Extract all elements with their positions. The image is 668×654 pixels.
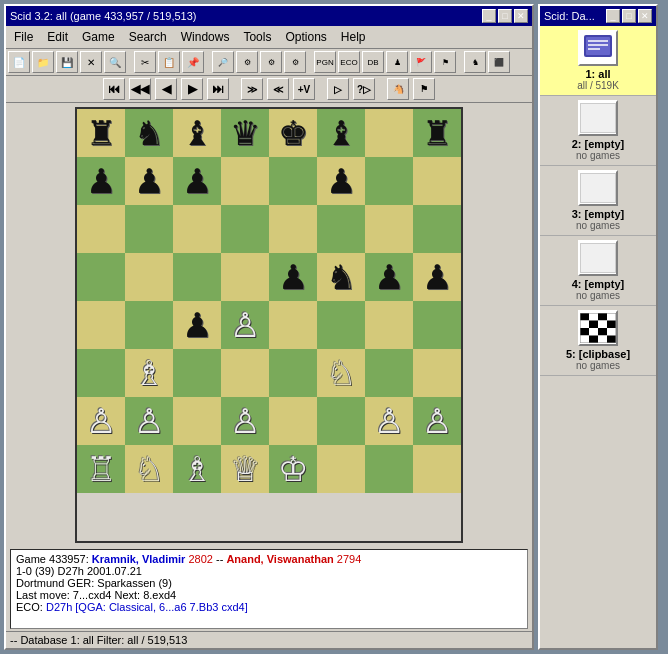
tb-search4[interactable]: ⚙ [284,51,306,73]
tb-paste[interactable]: 📌 [182,51,204,73]
db-entry-2[interactable]: 2: [empty]no games [540,96,656,166]
square-f1[interactable] [317,445,365,493]
player2-name[interactable]: Anand, Viswanathan [226,553,333,565]
player1-name[interactable]: Kramnik, Vladimir [92,553,186,565]
square-f7[interactable]: ♟ [317,157,365,205]
tb-save[interactable]: 💾 [56,51,78,73]
square-g8[interactable] [365,109,413,157]
square-h4[interactable] [413,301,461,349]
db-entry-4[interactable]: 4: [empty]no games [540,236,656,306]
tb-db1[interactable]: DB [362,51,384,73]
side-close[interactable]: ✕ [638,9,652,23]
tb-eco[interactable]: ECO [338,51,360,73]
menu-file[interactable]: File [8,28,39,46]
tb-extra2[interactable]: ⬛ [488,51,510,73]
square-f4[interactable] [317,301,365,349]
square-f6[interactable] [317,205,365,253]
square-d7[interactable] [221,157,269,205]
square-b6[interactable] [125,205,173,253]
square-g3[interactable] [365,349,413,397]
square-h8[interactable]: ♜ [413,109,461,157]
tb-find[interactable]: 🔍 [104,51,126,73]
square-e7[interactable] [269,157,317,205]
square-d1[interactable]: ♕ [221,445,269,493]
nav-var1[interactable]: ≫ [241,78,263,100]
square-a2[interactable]: ♙ [77,397,125,445]
square-e3[interactable] [269,349,317,397]
tb-search2[interactable]: ⚙ [236,51,258,73]
square-g7[interactable] [365,157,413,205]
square-c4[interactable]: ♟ [173,301,221,349]
square-e6[interactable] [269,205,317,253]
square-h7[interactable] [413,157,461,205]
square-a1[interactable]: ♖ [77,445,125,493]
square-c8[interactable]: ♝ [173,109,221,157]
square-b3[interactable]: ♗ [125,349,173,397]
square-b5[interactable] [125,253,173,301]
nav-help[interactable]: ?▷ [353,78,375,100]
eco-link[interactable]: D27h [QGA: Classical, 6...a6 7.Bb3 cxd4] [46,601,248,613]
db-entry-3[interactable]: 3: [empty]no games [540,166,656,236]
square-d8[interactable]: ♛ [221,109,269,157]
square-f8[interactable]: ♝ [317,109,365,157]
tb-pgn[interactable]: PGN [314,51,336,73]
square-e2[interactable] [269,397,317,445]
square-f2[interactable] [317,397,365,445]
close-button[interactable]: ✕ [514,9,528,23]
tb-cut[interactable]: ✂ [134,51,156,73]
tb-new[interactable]: 📄 [8,51,30,73]
square-a8[interactable]: ♜ [77,109,125,157]
square-a4[interactable] [77,301,125,349]
square-h1[interactable] [413,445,461,493]
square-e1[interactable]: ♔ [269,445,317,493]
menu-options[interactable]: Options [279,28,332,46]
menu-help[interactable]: Help [335,28,372,46]
square-d5[interactable] [221,253,269,301]
nav-last[interactable]: ⏭ [207,78,229,100]
nav-engine[interactable]: 🐴 [387,78,409,100]
square-c1[interactable]: ♗ [173,445,221,493]
square-f5[interactable]: ♞ [317,253,365,301]
square-g4[interactable] [365,301,413,349]
square-c2[interactable] [173,397,221,445]
square-f3[interactable]: ♘ [317,349,365,397]
tb-opt[interactable]: ⚑ [434,51,456,73]
square-g1[interactable] [365,445,413,493]
square-a7[interactable]: ♟ [77,157,125,205]
minimize-button[interactable]: _ [482,9,496,23]
square-c3[interactable] [173,349,221,397]
nav-extra[interactable]: ⚑ [413,78,435,100]
square-h6[interactable] [413,205,461,253]
square-b7[interactable]: ♟ [125,157,173,205]
square-d6[interactable] [221,205,269,253]
square-e4[interactable] [269,301,317,349]
square-c7[interactable]: ♟ [173,157,221,205]
tb-search3[interactable]: ⚙ [260,51,282,73]
menu-search[interactable]: Search [123,28,173,46]
tb-copy[interactable]: 📋 [158,51,180,73]
tb-close[interactable]: ✕ [80,51,102,73]
menu-windows[interactable]: Windows [175,28,236,46]
square-e5[interactable]: ♟ [269,253,317,301]
tb-search1[interactable]: 🔎 [212,51,234,73]
tb-flag[interactable]: 🚩 [410,51,432,73]
nav-next[interactable]: ▶ [181,78,203,100]
square-d3[interactable] [221,349,269,397]
db-entry-1[interactable]: 1: allall / 519K [540,26,656,96]
square-c6[interactable] [173,205,221,253]
maximize-button[interactable]: □ [498,9,512,23]
square-b8[interactable]: ♞ [125,109,173,157]
tb-extra1[interactable]: ♞ [464,51,486,73]
tb-open[interactable]: 📁 [32,51,54,73]
nav-var3[interactable]: +V [293,78,315,100]
chess-board[interactable]: ♜♞♝♛♚♝♜♟♟♟♟♟♞♟♟♟♙♗♘♙♙♙♙♙♖♘♗♕♔ [75,107,463,543]
nav-flag1[interactable]: ▷ [327,78,349,100]
square-a3[interactable] [77,349,125,397]
square-b2[interactable]: ♙ [125,397,173,445]
square-g2[interactable]: ♙ [365,397,413,445]
square-g5[interactable]: ♟ [365,253,413,301]
tb-db2[interactable]: ♟ [386,51,408,73]
square-a6[interactable] [77,205,125,253]
square-g6[interactable] [365,205,413,253]
nav-prev[interactable]: ◀ [155,78,177,100]
